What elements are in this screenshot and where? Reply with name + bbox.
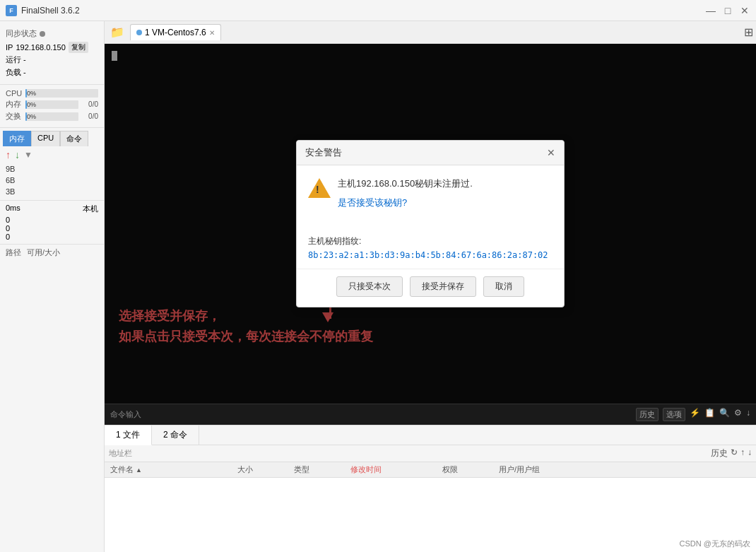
folder-icon[interactable]: 📁 <box>107 25 127 39</box>
ping-value: 0ms <box>6 204 20 214</box>
network-section: ↑ ↓ ▼ 9B 6B 3B <box>0 146 104 200</box>
toggle-icon: ▼ <box>24 150 33 160</box>
ping-host: 本机 <box>83 204 98 214</box>
copy-ip-button[interactable]: 复制 <box>69 42 88 53</box>
swap-label: 交换 <box>6 111 25 122</box>
file-toolbar: 历史 ↻ ↑ ↓ <box>711 447 752 459</box>
app-title: FinalShell 3.6.2 <box>21 6 80 16</box>
upload-icon: ↑ <box>6 149 11 160</box>
file-upload-icon[interactable]: ↑ <box>740 447 745 459</box>
session-tab[interactable]: 1 VM-Centos7.6 ✕ <box>130 24 221 40</box>
dialog-body: 主机192.168.0.150秘钥未注册过. 是否接受该秘钥? <box>297 165 564 230</box>
download-icon: ↓ <box>15 149 20 160</box>
net-3b: 3B <box>6 186 98 197</box>
options-button[interactable]: 选项 <box>663 408 685 421</box>
sidebar-tabs: 内存 CPU 命令 <box>0 128 104 146</box>
cmd-toolbar: 历史 选项 ⚡ 📋 🔍 ⚙ ↓ <box>636 408 750 421</box>
dialog-message2: 是否接受该秘钥? <box>338 196 473 211</box>
path-header: 路径 可用/大小 <box>6 247 98 258</box>
tab-bar-right: ⊞ <box>744 25 753 39</box>
swap-bar: 0% <box>25 112 78 121</box>
tab-dot <box>136 30 142 35</box>
ip-value: 192.168.0.150 <box>16 43 65 52</box>
sort-icon: ▲ <box>136 466 142 474</box>
tab-label: 1 VM-Centos7.6 <box>145 28 206 37</box>
mem-row: 内存 0% 0/0 <box>6 99 98 110</box>
fingerprint-section: 主机秘钥指纹: 8b:23:a2:a1:3b:d3:9a:b4:5b:84:67… <box>297 230 564 269</box>
title-bar: F FinalShell 3.6.2 — □ ✕ <box>0 0 756 21</box>
warning-triangle <box>308 178 331 198</box>
minimize-button[interactable]: — <box>705 5 716 16</box>
swap-row: 交换 0% 0/0 <box>6 111 98 122</box>
sidebar-tab-cmd[interactable]: 命令 <box>60 131 88 146</box>
ping-val1: 0 <box>6 216 98 224</box>
tab-close-button[interactable]: ✕ <box>209 29 215 37</box>
app-icon: F <box>6 5 17 16</box>
dialog-title-bar: 安全警告 ✕ <box>297 141 564 165</box>
col-perm: 权限 <box>437 464 493 475</box>
sidebar-tab-mem[interactable]: 内存 <box>3 131 31 146</box>
network-arrows: ↑ ↓ ▼ <box>6 149 98 160</box>
running-value: 运行 - <box>6 54 26 65</box>
ping-row: 0ms 本机 <box>6 204 98 214</box>
path-size: 可用/大小 <box>27 247 60 258</box>
accept-once-button[interactable]: 只接受本次 <box>336 276 403 297</box>
warning-icon <box>308 177 331 199</box>
close-button[interactable]: ✕ <box>739 5 750 16</box>
sidebar: 同步状态 IP 192.168.0.150 复制 运行 - 负载 - CPU 0… <box>0 21 105 552</box>
mem-label: 内存 <box>6 99 25 110</box>
net-9b: 9B <box>6 163 98 175</box>
path-section: 路径 可用/大小 <box>0 244 104 261</box>
bottom-tabs: 1 文件 2 命令 <box>105 425 756 445</box>
accept-save-button[interactable]: 接受并保存 <box>410 276 476 297</box>
col-name: 文件名 ▲ <box>105 464 232 475</box>
running-row: 运行 - <box>6 54 98 65</box>
cpu-row: CPU 0% <box>6 89 98 98</box>
ip-label: IP <box>6 43 13 52</box>
load-row: 负载 - <box>6 67 98 78</box>
ping-val2: 0 <box>6 224 98 233</box>
grid-icon[interactable]: ⊞ <box>744 25 753 39</box>
cpu-bar: 0% <box>25 89 98 98</box>
main-container: 同步状态 IP 192.168.0.150 复制 运行 - 负载 - CPU 0… <box>0 21 756 552</box>
net-6b: 6B <box>6 175 98 186</box>
search-icon[interactable]: 🔍 <box>719 408 730 421</box>
col-size: 大小 <box>232 464 288 475</box>
tab-bar: 📁 1 VM-Centos7.6 ✕ ⊞ <box>105 21 756 44</box>
col-mtime: 修改时间 <box>345 464 437 475</box>
file-table-header: 文件名 ▲ 大小 类型 修改时间 权限 用户/用户组 <box>105 462 756 478</box>
history-button[interactable]: 历史 <box>636 408 658 421</box>
file-download-icon[interactable]: ↓ <box>748 447 752 459</box>
sync-section: 同步状态 IP 192.168.0.150 复制 运行 - 负载 - <box>0 21 104 85</box>
file-refresh-icon[interactable]: ↻ <box>731 447 738 459</box>
swap-ratio: 0/0 <box>78 112 98 120</box>
mem-value: 0% <box>27 100 36 109</box>
maximize-button[interactable]: □ <box>722 5 733 16</box>
lightning-icon[interactable]: ⚡ <box>690 408 700 421</box>
files-tab[interactable]: 1 文件 <box>105 425 152 445</box>
dialog-warning-row: 主机192.168.0.150秘钥未注册过. 是否接受该秘钥? <box>308 177 553 211</box>
settings-icon[interactable]: ⚙ <box>734 408 742 421</box>
swap-value: 0% <box>27 112 36 121</box>
cancel-button[interactable]: 取消 <box>483 276 524 297</box>
window-controls: — □ ✕ <box>705 5 750 16</box>
dialog-close-button[interactable]: ✕ <box>547 147 555 158</box>
dialog-message1: 主机192.168.0.150秘钥未注册过. <box>338 177 473 192</box>
copy2-icon[interactable]: 📋 <box>704 408 715 421</box>
sidebar-tab-cpu[interactable]: CPU <box>31 131 60 146</box>
security-dialog: 安全警告 ✕ 主机192.168.0.150秘钥未注册过. <box>296 140 565 308</box>
down-arrow-icon[interactable]: ↓ <box>746 408 750 421</box>
dialog-footer: 只接受本次 接受并保存 取消 <box>297 269 564 307</box>
load-value: 负载 - <box>6 67 26 78</box>
commands-tab[interactable]: 2 命令 <box>152 425 199 445</box>
sync-dot <box>40 31 45 37</box>
cpu-label: CPU <box>6 89 25 98</box>
stats-section: CPU 0% 内存 0% 0/0 交换 0% <box>0 85 104 128</box>
bottom-panel: 1 文件 2 命令 地址栏 历史 ↻ ↑ ↓ <box>105 425 756 552</box>
terminal-area[interactable]: 选择接受并保存， 如果点击只接受本次，每次连接会不停的重复 ↑ 安全警告 ✕ <box>105 44 756 404</box>
tab-bar-left: 📁 1 VM-Centos7.6 ✕ <box>107 24 221 40</box>
cmd-input-label: 命令输入 <box>110 409 141 420</box>
file-history-button[interactable]: 历史 <box>711 447 728 459</box>
fp-label: 主机秘钥指纹: <box>308 235 553 247</box>
mem-ratio: 0/0 <box>78 100 98 108</box>
